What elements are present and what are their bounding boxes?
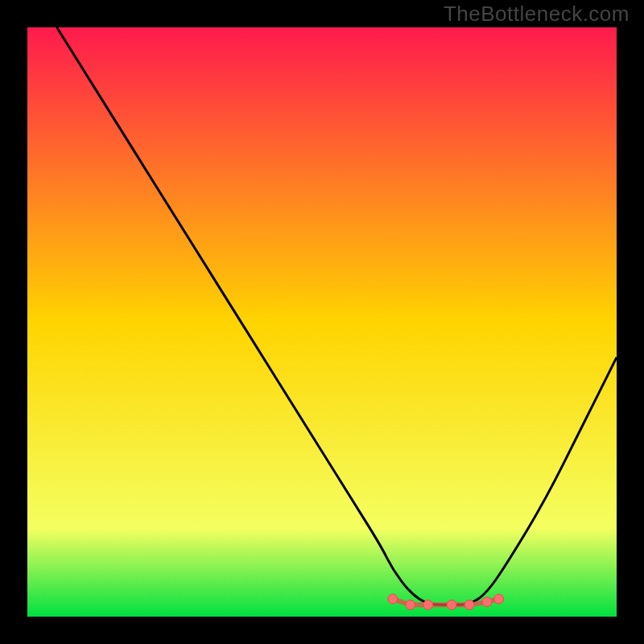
chart-container: TheBottleneck.com — [0, 0, 644, 644]
marker-dot — [423, 600, 433, 609]
marker-dot — [482, 597, 492, 607]
marker-dot — [406, 600, 415, 609]
marker-dot — [494, 594, 504, 604]
watermark-text: TheBottleneck.com — [444, 2, 630, 27]
marker-dot — [388, 594, 398, 604]
marker-dot — [447, 600, 456, 609]
bottleneck-chart — [0, 0, 644, 644]
marker-dot — [464, 600, 474, 609]
